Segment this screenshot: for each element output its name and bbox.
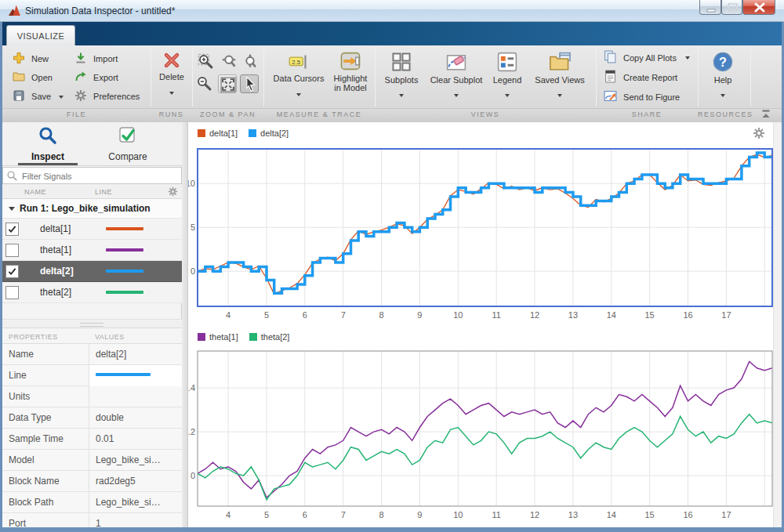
open-folder-icon <box>13 71 25 85</box>
splitter-grip[interactable] <box>80 323 103 327</box>
sidebar: Inspect Compare NAME LINE Run 1: Lego_bi… <box>2 122 182 527</box>
tab-visualize[interactable]: VISUALIZE <box>6 25 75 45</box>
line-style-swatch[interactable] <box>96 373 151 376</box>
save-button[interactable]: Save <box>13 89 64 103</box>
create-report-button[interactable]: Create Report <box>604 70 677 85</box>
top-chart[interactable]: 45678910111213141516170510 <box>188 146 776 323</box>
close-button[interactable] <box>742 0 775 15</box>
svg-text:5: 5 <box>264 510 269 519</box>
new-button[interactable]: New <box>13 52 49 66</box>
svg-text:?: ? <box>719 55 727 69</box>
table-settings-gear-icon[interactable] <box>168 186 178 198</box>
legend-item[interactable]: theta[1] <box>198 332 238 342</box>
sidebar-main-divider[interactable] <box>182 122 188 527</box>
legend-dropdown-arrow[interactable] <box>505 94 510 97</box>
delete-button[interactable]: Delete <box>154 52 190 98</box>
svg-text:17: 17 <box>721 510 731 519</box>
signal-row[interactable]: theta[1] <box>2 240 182 261</box>
panel-splitter[interactable] <box>2 319 182 328</box>
property-name: Line <box>9 370 82 381</box>
pointer-tool-button[interactable] <box>240 74 259 93</box>
run-group-row[interactable]: Run 1: Lego_bike_simulation <box>2 199 182 219</box>
vertical-scrollbar[interactable] <box>773 122 782 527</box>
zoom-out-button[interactable] <box>196 75 213 96</box>
plot-settings-gear-icon[interactable] <box>753 127 765 143</box>
zoom-in-x-button[interactable] <box>220 53 238 74</box>
send-to-figure-button[interactable]: Send to Figure <box>604 89 680 104</box>
collapse-ribbon-button[interactable] <box>759 109 773 123</box>
open-button[interactable]: Open <box>13 71 53 85</box>
delete-dropdown-arrow[interactable] <box>169 92 174 95</box>
data-cursors-dropdown-arrow[interactable] <box>296 93 301 96</box>
svg-text:6: 6 <box>303 510 307 519</box>
zoom-in-button[interactable] <box>198 53 215 74</box>
property-name: Block Path <box>9 497 82 508</box>
filter-signals-box[interactable] <box>2 167 182 184</box>
report-icon <box>604 70 617 85</box>
subplots-button[interactable]: Subplots <box>381 52 422 100</box>
top-chart-legend: delta[1]delta[2] <box>198 128 299 138</box>
zoom-in-y-button[interactable] <box>241 53 259 74</box>
values-column-header: VALUES <box>95 333 125 341</box>
svg-text:16: 16 <box>683 310 692 320</box>
signal-row[interactable]: delta[1] <box>2 219 182 240</box>
help-dropdown-arrow[interactable] <box>720 94 725 97</box>
filter-signals-input[interactable] <box>20 168 180 184</box>
svg-text:7: 7 <box>341 510 346 519</box>
legend-item[interactable]: delta[2] <box>249 128 289 138</box>
tab-compare[interactable]: Compare <box>89 125 167 162</box>
signal-line-swatch[interactable] <box>106 291 143 294</box>
signal-line-swatch[interactable] <box>106 248 143 252</box>
saved-views-button[interactable]: Saved Views <box>530 52 590 100</box>
search-icon <box>6 170 18 185</box>
export-button[interactable]: Export <box>74 71 118 85</box>
window-title: Simulation Data Inspector - untitled* <box>25 5 175 16</box>
copy-all-plots-dropdown-arrow[interactable] <box>685 56 690 60</box>
clear-subplot-button[interactable]: Clear Subplot <box>426 52 487 100</box>
data-cursors-button[interactable]: 2.5 Data Cursors <box>270 53 328 100</box>
copy-all-plots-button[interactable]: Copy All Plots <box>604 50 690 65</box>
svg-text:10: 10 <box>188 179 195 188</box>
property-row: Namedelta[2] <box>2 344 182 365</box>
bottom-chart[interactable]: 456789101112131415161700.20.4 <box>188 348 776 525</box>
minimize-button[interactable] <box>699 0 721 15</box>
maximize-button[interactable] <box>721 0 742 15</box>
saved-views-dropdown-arrow[interactable] <box>557 94 562 97</box>
legend-item[interactable]: delta[1] <box>198 128 238 138</box>
legend-item[interactable]: theta[2] <box>249 332 290 342</box>
window-border-left <box>0 22 2 532</box>
group-label-views: VIEWS <box>375 110 596 118</box>
signal-checkbox[interactable] <box>5 265 19 278</box>
signal-checkbox[interactable] <box>5 244 19 257</box>
svg-text:16: 16 <box>683 510 692 519</box>
property-row: ModelLego_bike_si… <box>2 450 182 471</box>
signal-line-swatch[interactable] <box>106 227 143 230</box>
highlight-in-model-button[interactable]: Highlightin Model <box>328 52 373 92</box>
legend-button[interactable]: Legend <box>489 52 525 100</box>
import-icon <box>74 52 87 66</box>
tab-inspect[interactable]: Inspect <box>9 125 87 162</box>
svg-text:4: 4 <box>226 310 230 320</box>
group-label-resources: RESOURCES <box>698 110 750 118</box>
fit-to-view-button[interactable] <box>218 74 237 93</box>
signal-checkbox[interactable] <box>5 286 19 299</box>
clear-subplot-dropdown-arrow[interactable] <box>454 94 459 97</box>
collapse-triangle-icon[interactable] <box>9 207 15 211</box>
property-name: Data Type <box>9 412 82 423</box>
group-separator <box>263 47 264 107</box>
save-dropdown-arrow[interactable] <box>59 96 64 99</box>
svg-text:11: 11 <box>492 310 500 320</box>
signal-line-swatch[interactable] <box>106 270 143 273</box>
signal-table-header: NAME LINE <box>2 184 182 199</box>
svg-text:4: 4 <box>226 510 230 519</box>
signal-row[interactable]: theta[2] <box>2 282 182 303</box>
help-button[interactable]: ? Help <box>706 52 740 100</box>
title-bar[interactable]: Simulation Data Inspector - untitled* <box>0 0 784 22</box>
signal-checkbox[interactable] <box>5 223 19 236</box>
svg-text:0: 0 <box>191 471 195 480</box>
property-name: Model <box>9 454 82 465</box>
preferences-button[interactable]: Preferences <box>74 89 140 103</box>
subplots-dropdown-arrow[interactable] <box>399 94 404 97</box>
signal-row[interactable]: delta[2] <box>2 261 182 282</box>
import-button[interactable]: Import <box>74 52 118 66</box>
